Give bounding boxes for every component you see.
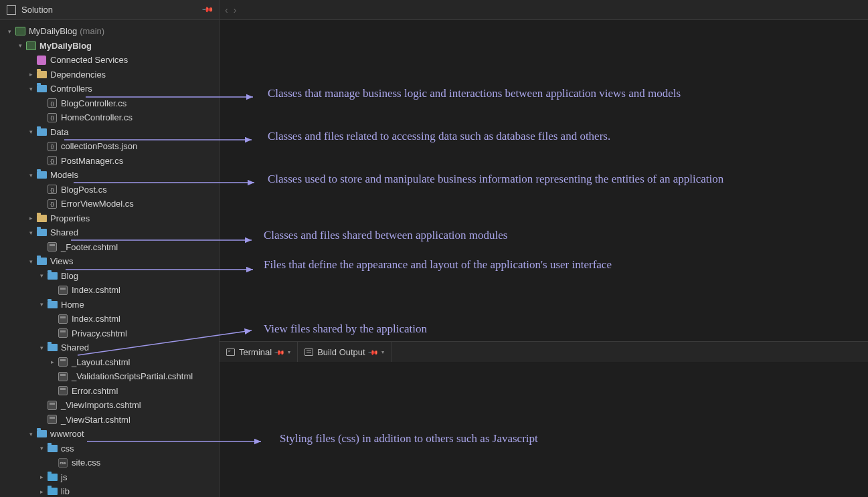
- file-blog-index[interactable]: ▾ Index.cshtml: [0, 283, 219, 298]
- node-js[interactable]: ▸ js: [0, 470, 219, 485]
- pin-icon[interactable]: 📌: [201, 3, 213, 16]
- panel-header: Solution 📌: [0, 0, 219, 20]
- editor-content: Classes that manage business logic and i…: [220, 20, 868, 341]
- file-errorviewmodel[interactable]: ▾ {} ErrorViewModel.cs: [0, 197, 219, 211]
- cshtml-file-icon: [47, 241, 58, 252]
- connected-services-icon: [36, 55, 47, 66]
- pin-icon[interactable]: 📌: [274, 346, 285, 357]
- node-lib[interactable]: ▸ lib: [0, 484, 219, 497]
- file-privacy[interactable]: ▾ Privacy.cshtml: [0, 326, 219, 341]
- solution-tree[interactable]: ▾ MyDailyBlog (main) ▾ MyDailyBlog ▾ Con…: [0, 20, 219, 497]
- chevron-right-icon[interactable]: ▸: [37, 488, 46, 495]
- file-blogcontroller[interactable]: ▾ {} BlogController.cs: [0, 96, 219, 111]
- cs-file-icon: {}: [47, 199, 58, 209]
- node-views[interactable]: ▾ Views: [0, 254, 219, 269]
- terminal-icon: [226, 349, 235, 356]
- node-views-shared[interactable]: ▾ Shared: [0, 340, 219, 355]
- chevron-down-icon[interactable]: ▾: [27, 258, 35, 265]
- chevron-right-icon[interactable]: ▸: [48, 359, 56, 365]
- folder-open-icon: [47, 443, 58, 454]
- solution-panel-icon: [7, 5, 16, 15]
- project-icon: [25, 40, 36, 51]
- node-views-home[interactable]: ▾ Home: [0, 298, 219, 312]
- chevron-down-icon[interactable]: ▾: [27, 229, 35, 236]
- annotation-views: Files that define the appearance and lay…: [264, 258, 612, 272]
- chevron-right-icon[interactable]: ▸: [27, 215, 35, 221]
- cshtml-file-icon: [58, 285, 68, 296]
- chevron-down-icon[interactable]: ▾: [37, 272, 46, 279]
- annotation-data: Classes and files related to accessing d…: [268, 130, 610, 143]
- node-shared[interactable]: ▾ Shared: [0, 225, 219, 240]
- node-controllers[interactable]: ▾ Controllers: [0, 82, 219, 96]
- cshtml-file-icon: [58, 371, 68, 382]
- file-footer[interactable]: ▾ _Footer.cshtml: [0, 240, 219, 255]
- folder-icon: [47, 472, 58, 482]
- node-wwwroot[interactable]: ▾ wwwroot: [0, 427, 219, 441]
- solution-node[interactable]: ▾ MyDailyBlog (main): [0, 24, 219, 39]
- bottom-panel: Terminal 📌 ▾ Build Output 📌 ▾: [220, 341, 868, 497]
- file-validationscripts[interactable]: ▾ _ValidationScriptsPartial.cshtml: [0, 369, 219, 384]
- panel-title: Solution: [21, 5, 203, 15]
- chevron-down-icon[interactable]: ▾: [16, 42, 24, 49]
- build-output-icon: [305, 349, 313, 356]
- node-data[interactable]: ▾ Data: [0, 125, 219, 140]
- project-node[interactable]: ▾ MyDailyBlog: [0, 39, 219, 54]
- chevron-down-icon[interactable]: ▾: [381, 349, 384, 355]
- file-blogpost[interactable]: ▾ {} BlogPost.cs: [0, 183, 219, 197]
- node-connected-services[interactable]: ▾ Connected Services: [0, 53, 219, 68]
- tab-build-output[interactable]: Build Output 📌 ▾: [298, 342, 392, 362]
- file-sitecss[interactable]: ▾ css site.css: [0, 456, 219, 470]
- nav-forward-icon[interactable]: ›: [234, 5, 237, 15]
- branch-label: (main): [80, 26, 104, 36]
- file-home-index[interactable]: ▾ Index.cshtml: [0, 312, 219, 326]
- file-postmanager[interactable]: ▾ {} PostManager.cs: [0, 154, 219, 169]
- cs-file-icon: {}: [47, 98, 58, 108]
- file-layout[interactable]: ▸ _Layout.cshtml: [0, 355, 219, 370]
- annotation-views-shared: View files shared by the application: [264, 322, 427, 336]
- solution-icon: [15, 26, 25, 37]
- chevron-down-icon[interactable]: ▾: [27, 431, 35, 437]
- project-label: MyDailyBlog: [39, 41, 92, 51]
- cs-file-icon: {}: [47, 184, 58, 195]
- file-viewimports[interactable]: ▾ _ViewImports.cshtml: [0, 398, 219, 413]
- folder-open-icon: [36, 256, 47, 267]
- chevron-down-icon[interactable]: ▾: [27, 86, 35, 92]
- folder-open-icon: [36, 126, 47, 137]
- nav-back-icon[interactable]: ‹: [225, 5, 228, 15]
- cshtml-file-icon: [47, 400, 58, 411]
- cshtml-file-icon: [58, 328, 68, 338]
- node-views-blog[interactable]: ▾ Blog: [0, 269, 219, 284]
- folder-icon: [36, 213, 47, 223]
- chevron-down-icon[interactable]: ▾: [5, 28, 13, 35]
- editor-tabbar: ‹ ›: [220, 0, 868, 20]
- file-homecontroller[interactable]: ▾ {} HomeController.cs: [0, 110, 219, 125]
- node-properties[interactable]: ▸ Properties: [0, 211, 219, 226]
- json-file-icon: {}: [47, 141, 58, 152]
- solution-panel: Solution 📌 ▾ MyDailyBlog (main) ▾ MyDail…: [0, 0, 220, 497]
- tab-terminal[interactable]: Terminal 📌 ▾: [220, 342, 298, 362]
- folder-open-icon: [47, 270, 58, 281]
- chevron-down-icon[interactable]: ▾: [37, 301, 46, 308]
- node-models[interactable]: ▾ Models: [0, 168, 219, 183]
- cshtml-file-icon: [47, 414, 58, 425]
- solution-label: MyDailyBlog: [29, 26, 77, 36]
- file-error-view[interactable]: ▾ Error.cshtml: [0, 384, 219, 399]
- chevron-down-icon[interactable]: ▾: [27, 172, 35, 179]
- chevron-down-icon[interactable]: ▾: [27, 128, 35, 135]
- node-dependencies[interactable]: ▸ Dependencies: [0, 68, 219, 82]
- chevron-down-icon[interactable]: ▾: [37, 445, 46, 452]
- pin-icon[interactable]: 📌: [368, 346, 379, 357]
- folder-open-icon: [36, 170, 47, 181]
- cs-file-icon: {}: [47, 155, 58, 166]
- chevron-down-icon[interactable]: ▾: [37, 344, 46, 351]
- chevron-right-icon[interactable]: ▸: [37, 474, 46, 480]
- cshtml-file-icon: [58, 314, 68, 324]
- file-viewstart[interactable]: ▾ _ViewStart.cshtml: [0, 413, 219, 427]
- chevron-down-icon[interactable]: ▾: [288, 349, 290, 355]
- file-collectionposts[interactable]: ▾ {} collectionPosts.json: [0, 139, 219, 154]
- annotation-shared: Classes and files shared between applica…: [264, 229, 507, 242]
- chevron-right-icon[interactable]: ▸: [27, 71, 35, 78]
- css-file-icon: css: [58, 458, 68, 468]
- folder-open-icon: [36, 429, 47, 439]
- node-css[interactable]: ▾ css: [0, 441, 219, 456]
